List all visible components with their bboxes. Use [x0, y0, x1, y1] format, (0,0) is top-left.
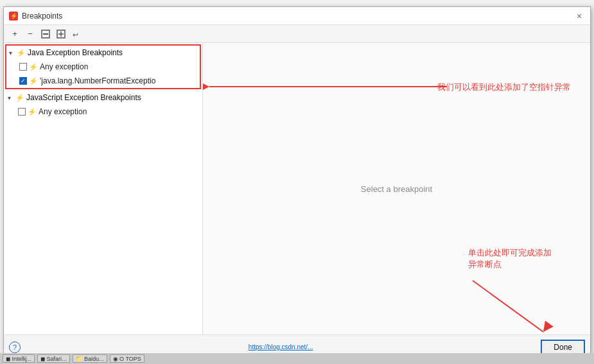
taskbar-item-2[interactable]: ◼ Safari...	[37, 354, 70, 363]
java-any-exception-label: Any exception	[40, 62, 88, 71]
done-button[interactable]: Done	[541, 340, 585, 355]
add-button[interactable]: +	[8, 27, 22, 41]
breakpoints-dialog: ⚡ Breakpoints × + − ↩ ▾ ⚡ Java Exception…	[3, 6, 591, 360]
toolbar: + − ↩	[4, 25, 590, 43]
js-any-exception-item[interactable]: ⚡ Any exception	[5, 105, 201, 119]
right-panel: Select a breakpoint 我们可以看到此处添加了空指针异常 单击此…	[203, 43, 590, 334]
title-bar-left: ⚡ Breakpoints	[9, 12, 62, 21]
app-icon: ⚡	[9, 12, 18, 21]
expand-arrow-js: ▾	[8, 94, 15, 101]
remove-button[interactable]: −	[23, 27, 37, 41]
java-section-title: Java Exception Breakpoints	[28, 48, 123, 57]
close-button[interactable]: ×	[573, 10, 585, 22]
java-any-exception-item[interactable]: ⚡ Any exception	[6, 60, 200, 74]
js-exception-section: ▾ ⚡ JavaScript Exception Breakpoints ⚡ A…	[5, 91, 201, 119]
help-button[interactable]: ?	[9, 342, 21, 353]
lightning-icon-js: ⚡	[15, 94, 24, 102]
taskbar-item-1[interactable]: ◼ Intellij...	[3, 354, 35, 363]
toggle-button-2[interactable]	[54, 27, 68, 41]
js-section-title: JavaScript Exception Breakpoints	[26, 93, 141, 102]
reset-button[interactable]: ↩	[69, 27, 83, 41]
taskbar-item-4[interactable]: ◉ O TOPS	[110, 354, 144, 363]
js-section-header[interactable]: ▾ ⚡ JavaScript Exception Breakpoints	[5, 91, 201, 105]
expand-arrow-java: ▾	[9, 49, 17, 56]
taskbar-item-3[interactable]: 📁 Baidu...	[73, 354, 107, 363]
svg-text:↩: ↩	[73, 31, 78, 39]
java-any-exception-checkbox[interactable]	[19, 63, 27, 71]
lightning-icon-java: ⚡	[17, 49, 26, 57]
java-numberformat-checkbox[interactable]	[19, 77, 27, 85]
svg-rect-1	[43, 33, 48, 35]
lightning-icon-js-any: ⚡	[28, 108, 37, 116]
java-exception-section: ▾ ⚡ Java Exception Breakpoints ⚡ Any exc…	[5, 44, 201, 89]
lightning-icon-nfe: ⚡	[29, 77, 38, 85]
left-panel: ▾ ⚡ Java Exception Breakpoints ⚡ Any exc…	[4, 43, 203, 334]
url-hint: https://blog.csdn.net/...	[249, 343, 313, 351]
taskbar: ◼ Intellij... ◼ Safari... 📁 Baidu... ◉ O…	[0, 353, 594, 364]
js-any-exception-checkbox[interactable]	[18, 108, 26, 116]
title-bar: ⚡ Breakpoints ×	[4, 7, 590, 25]
toggle-button-1[interactable]	[39, 27, 53, 41]
java-section-header[interactable]: ▾ ⚡ Java Exception Breakpoints	[6, 46, 200, 60]
java-numberformat-label: 'java.lang.NumberFormatExceptio	[40, 76, 155, 85]
dialog-title: Breakpoints	[22, 12, 62, 21]
java-numberformat-item[interactable]: ⚡ 'java.lang.NumberFormatExceptio	[6, 74, 200, 88]
js-any-exception-label: Any exception	[39, 107, 87, 116]
main-content: ▾ ⚡ Java Exception Breakpoints ⚡ Any exc…	[4, 43, 590, 334]
lightning-icon-any: ⚡	[29, 63, 38, 71]
tree-spacer	[4, 120, 202, 248]
right-placeholder: Select a breakpoint	[203, 43, 590, 334]
